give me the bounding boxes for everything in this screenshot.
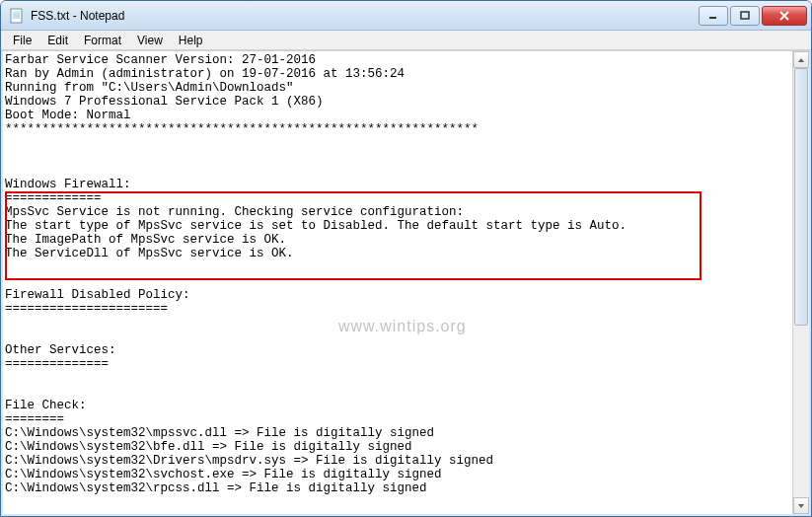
vertical-scrollbar[interactable] xyxy=(792,51,809,514)
svg-marker-9 xyxy=(798,58,804,62)
menu-help[interactable]: Help xyxy=(171,32,211,49)
text-line: ======== xyxy=(5,412,64,426)
menu-edit[interactable]: Edit xyxy=(39,32,76,49)
text-line: The start type of MpsSvc service is set … xyxy=(5,219,627,233)
scroll-thumb[interactable] xyxy=(794,68,808,326)
text-line: C:\Windows\system32\bfe.dll => File is d… xyxy=(5,440,412,454)
text-line: ****************************************… xyxy=(5,122,479,136)
text-line: C:\Windows\system32\Drivers\mpsdrv.sys =… xyxy=(5,454,493,468)
text-line: C:\Windows\system32\rpcss.dll => File is… xyxy=(5,481,427,495)
text-line: Boot Mode: Normal xyxy=(5,109,131,122)
svg-rect-6 xyxy=(741,12,749,19)
text-line: The ImagePath of MpsSvc service is OK. xyxy=(5,233,286,247)
maximize-button[interactable] xyxy=(730,6,760,26)
menu-file[interactable]: File xyxy=(5,32,39,49)
menubar: File Edit Format View Help xyxy=(1,31,811,50)
window-controls xyxy=(697,6,807,26)
text-line: Windows 7 Professional Service Pack 1 (X… xyxy=(5,95,324,109)
text-line: ============== xyxy=(5,357,109,371)
scroll-up-button[interactable] xyxy=(793,51,809,68)
text-content[interactable]: Farbar Service Scanner Version: 27-01-20… xyxy=(3,51,792,514)
text-line: MpsSvc Service is not running. Checking … xyxy=(5,205,464,219)
scroll-down-button[interactable] xyxy=(793,497,809,514)
text-line: C:\Windows\system32\svchost.exe => File … xyxy=(5,468,442,481)
text-line: Other Services: xyxy=(5,343,116,357)
text-line: File Check: xyxy=(5,399,87,412)
notepad-icon xyxy=(9,8,25,24)
menu-view[interactable]: View xyxy=(129,32,171,49)
text-line: Windows Firewall: xyxy=(5,178,131,191)
minimize-button[interactable] xyxy=(699,6,728,26)
text-line: Running from "C:\Users\Admin\Downloads" xyxy=(5,81,294,95)
text-line: C:\Windows\system32\mpssvc.dll => File i… xyxy=(5,426,434,440)
menu-format[interactable]: Format xyxy=(76,32,129,49)
svg-marker-10 xyxy=(798,504,804,508)
window-title: FSS.txt - Notepad xyxy=(29,9,697,23)
text-line: ============= xyxy=(5,191,102,205)
text-line: ====================== xyxy=(5,302,168,316)
text-line: The ServiceDll of MpsSvc service is OK. xyxy=(5,247,294,260)
notepad-window: FSS.txt - Notepad File Edit Format View … xyxy=(0,0,812,517)
text-line: Firewall Disabled Policy: xyxy=(5,288,190,302)
titlebar[interactable]: FSS.txt - Notepad xyxy=(1,1,811,31)
content-area: Farbar Service Scanner Version: 27-01-20… xyxy=(1,50,811,516)
text-line: Farbar Service Scanner Version: 27-01-20… xyxy=(5,53,316,67)
watermark-text: www.wintips.org xyxy=(338,320,467,333)
scroll-track[interactable] xyxy=(793,68,809,497)
text-line: Ran by Admin (administrator) on 19-07-20… xyxy=(5,67,405,81)
close-button[interactable] xyxy=(762,6,807,26)
